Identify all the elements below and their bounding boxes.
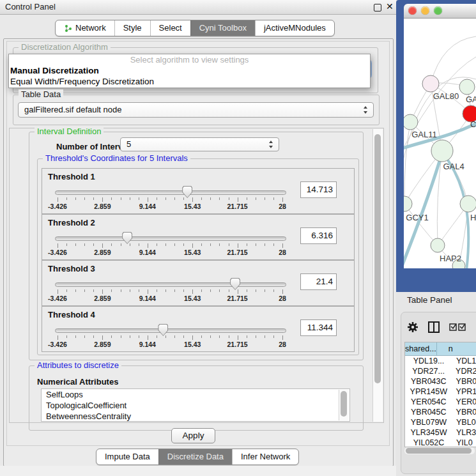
cell-shared-name[interactable]: YBL079W [405,417,452,427]
node-ga[interactable] [459,79,475,95]
tab-network[interactable]: Network [56,20,114,36]
cell-shared-name[interactable]: YER054C [405,397,452,407]
table-row[interactable]: YBR043CYBR0 [405,376,476,387]
close-icon[interactable]: ✕ [386,1,394,12]
slider-thumb[interactable] [230,278,240,290]
slider-thumb[interactable] [158,324,168,336]
table-horizontal-scrollbar[interactable] [404,447,475,454]
tab-infer-network[interactable]: Infer Network [232,449,298,464]
window-bottom-strip [0,466,396,476]
cell-shared-name[interactable]: YLR345W [405,427,452,438]
slider-tick [210,335,211,338]
network-window-titlebar[interactable] [404,4,476,19]
slider-thumb[interactable] [182,186,192,198]
column-header-shared-name[interactable]: shared... [405,342,437,355]
slider-tick [84,243,85,246]
slider-track[interactable] [55,236,286,241]
algorithm-option-equal-width[interactable]: Equal Width/Frequency Discretization [9,76,370,87]
scrollbar-thumb[interactable] [406,448,472,454]
node-attribute-table[interactable]: shared... n YDL19...YDL1YDR27...YDR2YBR0… [404,342,476,447]
apply-button[interactable]: Apply [171,428,215,443]
table-row[interactable]: YBR045CYBR0 [405,407,476,417]
tab-discretize-data[interactable]: Discretize Data [158,449,232,464]
tab-jactivemnodules[interactable]: jActiveMNodules [255,20,334,36]
slider-track[interactable] [55,328,286,333]
cell-name[interactable]: YBL0 [452,417,476,427]
node-h[interactable] [460,196,476,212]
table-row[interactable]: YPR145WYPR1 [405,387,476,397]
cell-name[interactable]: YLR3 [452,427,476,438]
cell-shared-name[interactable]: YBR045C [405,407,452,417]
table-row[interactable]: YDR27...YDR2 [405,366,476,376]
threshold-value-field[interactable]: 11.344 [300,319,337,336]
node-gal11[interactable] [404,114,418,130]
cell-shared-name[interactable]: YPR145W [405,387,452,397]
scrollbar-thumb[interactable] [374,134,381,383]
node-gal80[interactable] [422,75,439,92]
scrollbar-thumb[interactable] [341,391,347,417]
attribute-list-item[interactable]: TopologicalCoefficient [42,400,349,411]
table-row[interactable]: YDL19...YDL1 [405,356,476,366]
slider-tick-label: 9.144 [127,341,168,348]
slider-tick [130,197,130,200]
numerical-attributes-list[interactable]: SelfLoopsTopologicalCoefficientBetweenne… [41,388,350,422]
tab-cyni-toolbox[interactable]: Cyni Toolbox [190,20,255,36]
slider-tick [265,243,265,246]
cell-name[interactable]: YBR0 [452,376,476,387]
slider-thumb[interactable] [122,232,132,244]
cell-name[interactable]: YPR1 [452,387,476,397]
cell-shared-name[interactable]: YDL19... [405,356,452,366]
cell-name[interactable]: YER0 [452,397,476,407]
node-gcy1[interactable] [404,196,412,211]
close-traffic-light-icon[interactable] [408,6,417,15]
slider-tick-label: -3.426 [37,203,78,210]
slider-tick [148,335,148,340]
node-label-gal4: GAL4 [443,162,464,171]
cell-name[interactable]: YDR2 [452,366,476,376]
slider-tick [247,243,247,246]
tab-impute-data[interactable]: Impute Data [96,449,158,464]
minimize-traffic-light-icon[interactable] [421,6,429,15]
attribute-list-scrollbar[interactable] [339,390,349,420]
gear-icon[interactable] [407,321,418,333]
network-view[interactable]: GAL80 GA C GAL11 GAL4 GCY1 H HAP2 [404,19,476,268]
node-gal4[interactable] [431,140,453,162]
attribute-list-item[interactable]: SelfLoops [42,389,349,400]
algorithm-option-manual[interactable]: Manual Discretization [9,65,370,76]
slider-tick [139,197,139,200]
number-of-intervals-combo[interactable]: 5 [120,137,279,151]
table-row[interactable]: YIL052CYIL0 [405,438,476,447]
table-row[interactable]: YLR345WYLR3 [405,427,476,438]
slider-tick [66,243,67,246]
float-window-icon[interactable] [374,4,381,12]
vertical-scrollbar[interactable] [372,129,383,422]
split-panel-icon[interactable] [427,321,440,334]
threshold-value-field[interactable]: 21.4 [300,273,337,290]
slider-tick-label: 28 [262,203,303,210]
cell-shared-name[interactable]: YDR27... [405,366,452,376]
zoom-traffic-light-icon[interactable] [434,6,442,15]
cell-shared-name[interactable]: YIL052C [405,438,452,447]
slider-track[interactable] [55,282,286,287]
cell-shared-name[interactable]: YBR043C [405,376,452,387]
slider-tick [130,335,130,338]
cell-name[interactable]: YDL1 [452,356,476,366]
slider-track[interactable] [55,190,286,195]
table-data-combo[interactable]: galFiltered.sif default node [18,102,374,118]
tab-select[interactable]: Select [150,20,190,36]
slider-tick [93,243,94,246]
table-row[interactable]: YER054CYER0 [405,397,476,407]
slider-tick [219,197,220,200]
select-columns-icon[interactable] [449,323,466,331]
slider-tick-label: 28 [262,341,303,348]
cell-name[interactable]: YIL0 [452,438,473,447]
tab-cyni-toolbox-label: Cyni Toolbox [199,20,247,36]
threshold-value-field[interactable]: 6.316 [300,227,337,244]
cell-name[interactable]: YBR0 [452,407,476,417]
tab-style[interactable]: Style [114,20,150,36]
node-hap2[interactable] [431,238,445,252]
attribute-list-item[interactable]: BetweennessCentrality [42,411,349,422]
table-row[interactable]: YBL079WYBL0 [405,417,476,427]
column-header-name[interactable]: n [437,342,476,355]
threshold-value-field[interactable]: 14.713 [300,181,337,198]
